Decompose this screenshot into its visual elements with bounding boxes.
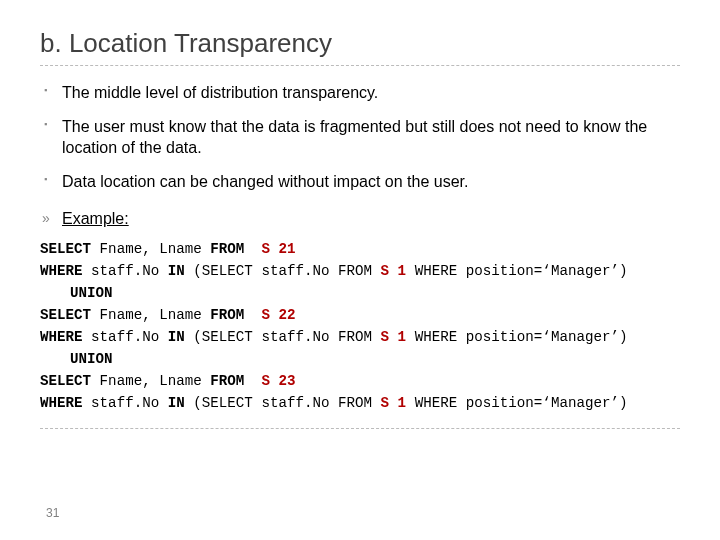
sql-block-1: SELECT Fname, Lname FROM S 21 WHERE staf… — [40, 238, 680, 282]
sql-block-2: SELECT Fname, Lname FROM S 22 WHERE staf… — [40, 304, 680, 348]
kw-in: IN — [168, 329, 185, 345]
kw-in: IN — [168, 263, 185, 279]
kw-from: FROM — [210, 307, 244, 323]
kw-from: FROM — [210, 373, 244, 389]
kw-in: IN — [168, 395, 185, 411]
kw-union: UNION — [70, 285, 113, 301]
sql-cols: Fname, Lname — [100, 307, 202, 323]
sql-staffcol: staff.No — [91, 329, 159, 345]
table-s1: S 1 — [381, 329, 407, 345]
sql-sub-open: (SELECT staff.No FROM — [193, 395, 380, 411]
kw-where: WHERE — [40, 329, 83, 345]
union-1: UNION — [40, 282, 680, 304]
sql-sub-close: WHERE position=‘Manager’) — [406, 329, 627, 345]
example-heading-row: Example: — [40, 204, 680, 238]
sql-cols: Fname, Lname — [100, 241, 202, 257]
bullet-item: The middle level of distribution transpa… — [40, 76, 680, 110]
kw-where: WHERE — [40, 263, 83, 279]
bullet-item: The user must know that the data is frag… — [40, 110, 680, 165]
sql-block-3: SELECT Fname, Lname FROM S 23 WHERE staf… — [40, 370, 680, 414]
table-s23: S 23 — [261, 373, 295, 389]
union-2: UNION — [40, 348, 680, 370]
kw-select: SELECT — [40, 373, 91, 389]
sql-sub-close: WHERE position=‘Manager’) — [406, 263, 627, 279]
slide-title: b. Location Transparency — [40, 28, 680, 59]
bullet-list: The middle level of distribution transpa… — [40, 76, 680, 198]
kw-select: SELECT — [40, 241, 91, 257]
divider-bottom — [40, 428, 680, 429]
page-number: 31 — [46, 506, 59, 520]
table-s1: S 1 — [381, 263, 407, 279]
kw-select: SELECT — [40, 307, 91, 323]
example-label: Example: — [62, 210, 129, 227]
sql-cols: Fname, Lname — [100, 373, 202, 389]
sql-sub-open: (SELECT staff.No FROM — [193, 263, 380, 279]
sql-staffcol: staff.No — [91, 263, 159, 279]
kw-where: WHERE — [40, 395, 83, 411]
divider-top — [40, 65, 680, 66]
table-s22: S 22 — [261, 307, 295, 323]
sql-sub-open: (SELECT staff.No FROM — [193, 329, 380, 345]
sql-staffcol: staff.No — [91, 395, 159, 411]
kw-from: FROM — [210, 241, 244, 257]
sql-sub-close: WHERE position=‘Manager’) — [406, 395, 627, 411]
bullet-item: Data location can be changed without imp… — [40, 165, 680, 199]
kw-union: UNION — [70, 351, 113, 367]
table-s21: S 21 — [261, 241, 295, 257]
table-s1: S 1 — [381, 395, 407, 411]
